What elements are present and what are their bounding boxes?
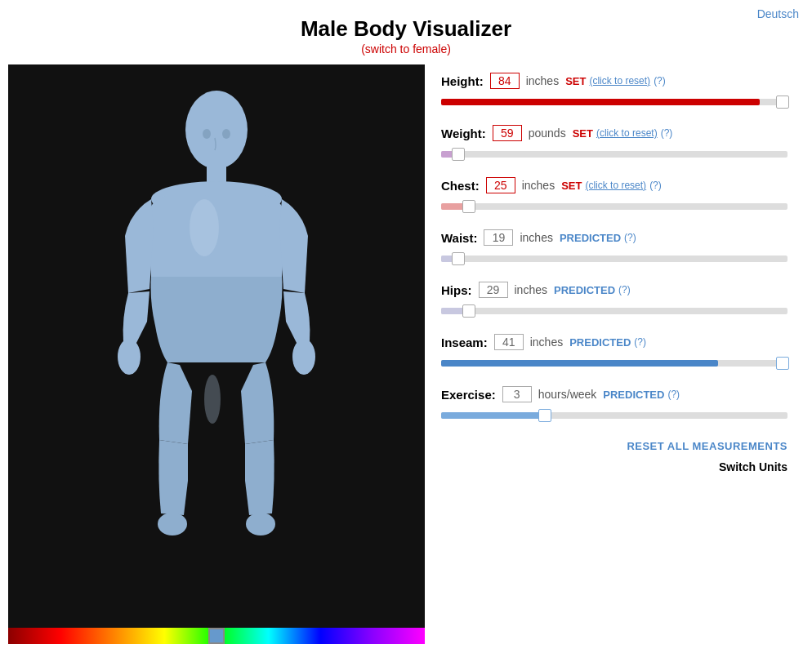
inseam-label: Inseam: bbox=[441, 336, 488, 349]
body-figure bbox=[8, 64, 425, 620]
inseam-slider-container bbox=[441, 355, 787, 371]
height-unit: inches bbox=[526, 74, 559, 87]
exercise-predicted: PREDICTED bbox=[603, 389, 664, 401]
chest-row: Chest: 25 inches SET (click to reset) (?… bbox=[441, 177, 787, 215]
weight-unit: pounds bbox=[529, 127, 566, 140]
inseam-value[interactable]: 41 bbox=[494, 334, 524, 350]
exercise-slider-fill bbox=[441, 412, 545, 419]
chest-help[interactable]: (?) bbox=[649, 180, 662, 191]
height-slider-track bbox=[441, 99, 787, 105]
exercise-slider-container bbox=[441, 407, 787, 424]
svg-point-9 bbox=[190, 199, 219, 256]
weight-row: Weight: 59 pounds SET (click to reset) (… bbox=[441, 125, 787, 162]
reset-all-button[interactable]: RESET ALL MEASUREMENTS bbox=[627, 440, 787, 452]
hips-help[interactable]: (?) bbox=[618, 284, 631, 296]
bottom-buttons: RESET ALL MEASUREMENTS Switch Units bbox=[441, 440, 787, 473]
height-row: Height: 84 inches SET (click to reset) (… bbox=[441, 73, 787, 110]
weight-slider-container bbox=[441, 146, 787, 162]
height-slider-fill bbox=[441, 99, 760, 105]
inseam-slider-fill bbox=[441, 360, 718, 367]
page-header: Male Body Visualizer (switch to female) bbox=[0, 0, 812, 64]
chest-label: Chest: bbox=[441, 179, 480, 193]
waist-label: Waist: bbox=[441, 231, 477, 245]
inseam-slider-track bbox=[441, 360, 787, 367]
waist-slider-container bbox=[441, 251, 787, 267]
weight-value[interactable]: 59 bbox=[493, 125, 522, 141]
chest-slider-thumb[interactable] bbox=[462, 200, 475, 213]
weight-help[interactable]: (?) bbox=[661, 127, 673, 139]
height-set: SET bbox=[565, 75, 586, 87]
inseam-slider-thumb[interactable] bbox=[776, 357, 789, 370]
height-help[interactable]: (?) bbox=[654, 75, 666, 87]
height-slider-thumb[interactable] bbox=[776, 96, 789, 109]
lang-link[interactable]: Deutsch bbox=[757, 7, 799, 20]
hips-slider-container bbox=[441, 303, 787, 319]
inseam-row: Inseam: 41 inches PREDICTED (?) bbox=[441, 334, 787, 371]
height-reset[interactable]: (click to reset) bbox=[589, 75, 650, 87]
exercise-value[interactable]: 3 bbox=[502, 386, 532, 402]
weight-slider-thumb[interactable] bbox=[452, 148, 465, 161]
hips-slider-thumb[interactable] bbox=[462, 304, 475, 318]
page-title: Male Body Visualizer bbox=[0, 16, 812, 42]
hips-label: Hips: bbox=[441, 283, 472, 297]
svg-point-10 bbox=[204, 375, 221, 424]
chest-unit: inches bbox=[522, 179, 555, 192]
weight-set: SET bbox=[573, 127, 593, 140]
hips-slider-track bbox=[441, 308, 787, 314]
chest-reset[interactable]: (click to reset) bbox=[585, 180, 646, 191]
waist-unit: inches bbox=[520, 231, 552, 244]
controls-panel: Height: 84 inches SET (click to reset) (… bbox=[425, 64, 804, 644]
switch-gender-link[interactable]: (switch to female) bbox=[361, 42, 451, 56]
chest-slider-track bbox=[441, 203, 787, 210]
body-3d-figure bbox=[86, 81, 347, 603]
switch-units-button[interactable]: Switch Units bbox=[719, 460, 787, 473]
body-viewer bbox=[8, 64, 425, 644]
exercise-unit: hours/week bbox=[538, 388, 597, 401]
height-label: Height: bbox=[441, 74, 484, 88]
hips-unit: inches bbox=[515, 283, 547, 296]
main-content: Height: 84 inches SET (click to reset) (… bbox=[0, 64, 812, 644]
waist-predicted: PREDICTED bbox=[560, 232, 621, 244]
height-value[interactable]: 84 bbox=[490, 73, 520, 89]
exercise-slider-thumb[interactable] bbox=[538, 409, 551, 422]
chest-slider-container bbox=[441, 198, 787, 215]
svg-point-0 bbox=[185, 91, 248, 169]
svg-point-4 bbox=[292, 339, 315, 375]
waist-value[interactable]: 19 bbox=[484, 229, 513, 246]
exercise-help[interactable]: (?) bbox=[667, 389, 680, 400]
svg-point-7 bbox=[203, 129, 211, 139]
inseam-unit: inches bbox=[530, 336, 563, 349]
weight-label: Weight: bbox=[441, 127, 486, 140]
hips-value[interactable]: 29 bbox=[479, 282, 508, 298]
svg-point-3 bbox=[118, 339, 141, 375]
exercise-row: Exercise: 3 hours/week PREDICTED (?) bbox=[441, 386, 787, 424]
chest-value[interactable]: 25 bbox=[486, 177, 515, 193]
inseam-predicted: PREDICTED bbox=[569, 336, 631, 349]
inseam-help[interactable]: (?) bbox=[634, 336, 646, 348]
height-slider-container bbox=[441, 94, 787, 110]
exercise-label: Exercise: bbox=[441, 388, 496, 402]
waist-slider-thumb[interactable] bbox=[452, 252, 465, 265]
waist-slider-track bbox=[441, 256, 787, 262]
svg-point-5 bbox=[158, 513, 187, 535]
color-bar-thumb[interactable] bbox=[208, 628, 225, 644]
waist-help[interactable]: (?) bbox=[624, 232, 636, 243]
hips-predicted: PREDICTED bbox=[554, 284, 615, 296]
weight-slider-track bbox=[441, 151, 787, 158]
weight-reset[interactable]: (click to reset) bbox=[596, 127, 658, 139]
waist-row: Waist: 19 inches PREDICTED (?) bbox=[441, 229, 787, 267]
hips-row: Hips: 29 inches PREDICTED (?) bbox=[441, 282, 787, 319]
svg-point-6 bbox=[246, 513, 275, 535]
chest-set: SET bbox=[561, 180, 582, 192]
exercise-slider-track bbox=[441, 412, 787, 419]
svg-point-8 bbox=[222, 129, 230, 139]
